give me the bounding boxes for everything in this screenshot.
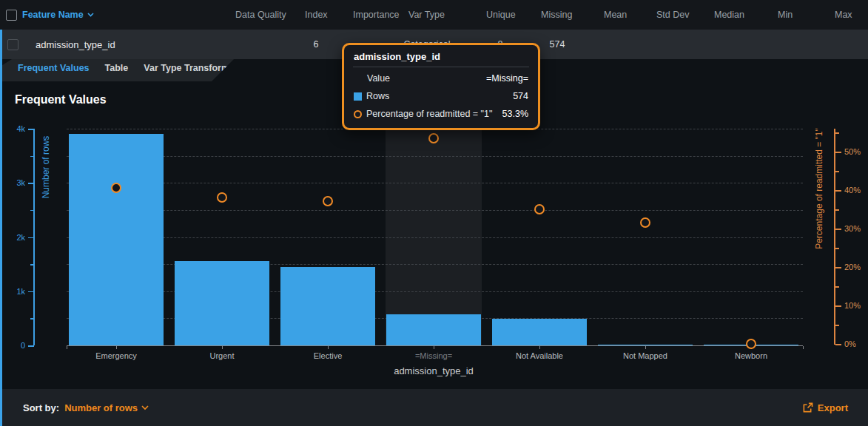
left-axis-minor-tick [30,318,34,320]
rows-legend-icon [354,92,362,101]
column-header-std-dev[interactable]: Std Dev [656,0,689,30]
gridline [67,237,803,238]
column-header-index[interactable]: Index [305,0,328,30]
bar-urgent[interactable] [175,261,269,345]
right-axis-title: Percentage of readmitted = "1" [814,128,824,249]
left-axis-minor-tick [30,156,34,158]
footer-bar: Sort by: Number of rows Export [0,389,868,426]
gridline [67,156,803,157]
tooltip-row-rows: Rows 574 [344,87,538,105]
tooltip-title: admission_type_id [344,45,538,67]
x-axis-tick [116,346,117,349]
column-header-mean[interactable]: Mean [604,0,627,30]
x-axis-tick [434,346,434,349]
marker-emergency[interactable] [111,183,121,193]
x-axis-tick [539,346,540,349]
chevron-down-icon [141,405,149,410]
right-axis-minor-tick [835,248,839,249]
chart-tooltip: admission_type_id Value =Missing= Rows 5… [342,43,540,130]
left-axis-minor-tick [30,210,34,212]
x-label-emergency: Emergency [67,351,165,360]
right-axis-tick-label: 50% [844,147,861,156]
column-header-min[interactable]: Min [778,0,793,30]
bar-missing[interactable] [386,314,481,345]
x-label-not-available: Not Available [491,351,588,360]
left-axis-tick [28,129,34,130]
left-axis-tick [28,291,34,293]
right-axis-tick-label: 0% [844,339,856,348]
tab-frequent-values[interactable]: Frequent Values [18,63,90,81]
marker-missing[interactable] [428,133,439,143]
x-axis-line [67,345,803,346]
x-axis-end-tick [803,346,804,349]
right-axis-tick-label: 40% [844,186,861,195]
x-label-not-mapped: Not Mapped [596,351,694,360]
column-header-max[interactable]: Max [835,0,852,30]
right-axis-line [834,129,835,345]
x-label-newborn: Newborn [702,351,800,360]
gridline [67,210,803,211]
marker-newborn[interactable] [746,339,756,349]
bar-emergency[interactable] [69,134,164,345]
feature-row-checkbox[interactable] [7,39,18,50]
bar-elective[interactable] [280,267,375,345]
right-axis-minor-tick [835,325,839,326]
left-axis-tick-label: 3k [3,178,25,187]
x-axis-tick [222,346,223,349]
percentage-legend-icon [354,110,362,118]
spacer [354,74,363,83]
x-axis-tick [328,346,329,349]
column-header-data-quality[interactable]: Data Quality [235,0,286,30]
column-header-importance[interactable]: Importance [353,0,400,30]
x-label-urgent: Urgent [173,351,271,360]
tab-strip: Frequent Values Table Var Type Transform [0,59,238,81]
select-all-checkbox[interactable] [6,10,17,21]
bar-not-available[interactable] [492,319,587,345]
x-label-elective: Elective [279,351,377,360]
left-axis-tick [28,183,34,184]
left-axis-tick-label: 1k [3,287,25,296]
right-axis-tick-label: 10% [844,301,861,310]
x-axis-end-tick [67,346,67,349]
left-axis-tick [28,345,34,347]
right-axis-minor-tick [835,209,839,211]
selected-row-accent [0,30,2,426]
marker-not-available[interactable] [534,204,545,214]
tooltip-row-percentage: Percentage of readmitted = "1" 53.3% [344,105,538,123]
sort-by-label: Sort by: [23,402,59,413]
right-axis-tick [835,305,841,307]
feature-table-header: Feature Name Data Quality Index Importan… [0,0,868,30]
column-header-var-type[interactable]: Var Type [408,0,445,30]
export-label: Export [818,402,848,413]
gridline [67,183,803,183]
right-axis-tick [835,229,841,230]
tab-table[interactable]: Table [105,63,129,81]
x-axis-tick [645,346,646,349]
right-axis-minor-tick [835,171,839,172]
missing-cell: 574 [539,30,576,59]
tooltip-divider [353,67,529,67]
left-axis-tick-label: 0 [3,341,25,350]
left-axis-tick [28,237,34,239]
feature-name-cell[interactable]: admission_type_id [36,30,115,59]
sort-by-dropdown[interactable]: Number of rows [64,402,149,413]
column-header-missing[interactable]: Missing [541,0,572,30]
column-header-median[interactable]: Median [714,0,744,30]
marker-urgent[interactable] [217,192,227,203]
section-title: Frequent Values [15,93,107,106]
export-icon [802,402,813,413]
export-button[interactable]: Export [802,402,848,413]
column-header-unique[interactable]: Unique [486,0,516,30]
column-header-feature-name[interactable]: Feature Name [22,0,94,30]
sort-by-value: Number of rows [64,402,138,413]
right-axis-tick-label: 30% [844,224,861,233]
x-label-missing: =Missing= [385,351,482,360]
chevron-down-icon [87,13,94,17]
right-axis-tick [835,344,841,345]
marker-elective[interactable] [323,196,333,206]
marker-not-mapped[interactable] [640,217,650,228]
right-axis-tick-label: 20% [844,263,861,271]
right-axis-minor-tick [835,286,839,288]
right-axis-tick [835,267,841,268]
right-axis-tick [835,190,841,192]
